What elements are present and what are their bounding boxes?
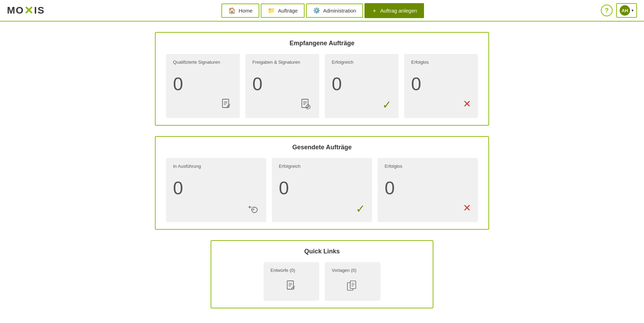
card-qualifizierte-signaturen[interactable]: Qualifizierte Signaturen 0: [166, 54, 240, 118]
header-right: ? AH ▾: [601, 3, 637, 18]
empfangene-auftraege-cards: Qualifizierte Signaturen 0 Freigaben & S…: [166, 54, 478, 118]
user-initials: AH: [622, 8, 628, 13]
quick-links-cards: Entwürfe (0) Vorlagen (0): [222, 262, 422, 301]
x-icon: ✕: [463, 202, 471, 214]
main-nav: 🏠 Home 📁 Aufträge ⚙️ Administration ＋ Au…: [221, 3, 424, 18]
header: MO✕IS 🏠 Home 📁 Aufträge ⚙️ Administratio…: [0, 0, 644, 22]
user-menu-button[interactable]: AH ▾: [616, 3, 637, 18]
card-value: 0: [279, 178, 289, 198]
card-label: Freigaben & Signaturen: [252, 60, 300, 72]
folder-icon: 📁: [268, 7, 275, 14]
check-icon: ✓: [356, 202, 365, 215]
logo-x: ✕: [24, 4, 34, 17]
card-label: Qualifizierte Signaturen: [173, 60, 220, 72]
gear-icon: ⚙️: [313, 7, 320, 14]
card-value: 0: [332, 74, 342, 94]
x-icon: ✕: [463, 98, 471, 110]
check-icon: ✓: [382, 98, 392, 111]
card-label: Entwürfe (0): [270, 268, 295, 274]
help-button[interactable]: ?: [601, 5, 613, 16]
logo-text-mo: MO: [7, 5, 24, 16]
card-vorlagen[interactable]: Vorlagen (0): [325, 262, 380, 301]
card-in-ausfuehrung[interactable]: In Ausführung 0: [166, 158, 266, 222]
nav-administration-label: Administration: [323, 8, 356, 14]
quick-links-title: Quick Links: [222, 248, 422, 255]
card-value: 0: [252, 74, 262, 94]
svg-rect-12: [287, 281, 293, 289]
card-erfolglos-empfangen[interactable]: Erfolglos 0 ✕: [404, 54, 478, 118]
doc-sign-icon: [220, 98, 233, 113]
gesendete-auftraege-title: Gesendete Aufträge: [166, 144, 478, 151]
main-content: Empfangene Aufträge Qualifizierte Signat…: [0, 22, 644, 319]
logo-text-is: IS: [34, 5, 45, 16]
card-value: 0: [411, 74, 421, 94]
user-avatar: AH: [620, 5, 630, 16]
chevron-down-icon: ▾: [631, 8, 634, 13]
card-label: Vorlagen (0): [332, 268, 356, 274]
quick-links-section: Quick Links Entwürfe (0) Vorlagen (0): [211, 240, 433, 308]
svg-rect-0: [222, 99, 229, 108]
pending-icon: [247, 202, 259, 217]
help-label: ?: [605, 7, 609, 14]
nav-auftrag-anlegen[interactable]: ＋ Auftrag anlegen: [364, 3, 424, 18]
card-label: Erfolgreich: [332, 60, 353, 72]
card-value: 0: [385, 178, 395, 198]
svg-line-4: [229, 104, 230, 105]
plus-icon: ＋: [371, 7, 377, 15]
card-label: Erfolglos: [411, 60, 429, 72]
card-entwuerfe[interactable]: Entwürfe (0): [264, 262, 319, 301]
svg-line-16: [294, 286, 295, 287]
nav-auftrag-anlegen-label: Auftrag anlegen: [380, 8, 417, 14]
svg-rect-5: [302, 99, 308, 108]
card-label: Erfolglos: [385, 164, 402, 176]
logo: MO✕IS: [7, 4, 45, 17]
card-value: 0: [173, 74, 183, 94]
nav-administration[interactable]: ⚙️ Administration: [306, 3, 363, 18]
card-label: Erfolgreich: [279, 164, 300, 176]
card-erfolglos-gesendet[interactable]: Erfolglos 0 ✕: [378, 158, 478, 222]
home-icon: 🏠: [228, 7, 236, 14]
gesendete-auftraege-cards: In Ausführung 0 Erfolgreich 0 ✓: [166, 158, 478, 222]
card-erfolgreich-empfangen[interactable]: Erfolgreich 0 ✓: [325, 54, 399, 118]
template-icon: [332, 279, 374, 296]
card-value: 0: [173, 178, 183, 198]
card-freigaben-signaturen[interactable]: Freigaben & Signaturen 0: [245, 54, 319, 118]
draft-icon: [270, 279, 312, 296]
nav-home[interactable]: 🏠 Home: [221, 3, 259, 18]
card-label: In Ausführung: [173, 164, 201, 176]
doc-check-icon: [300, 98, 312, 113]
empfangene-auftraege-title: Empfangene Aufträge: [166, 40, 478, 47]
nav-home-label: Home: [238, 8, 252, 14]
gesendete-auftraege-section: Gesendete Aufträge In Ausführung 0 Erfol…: [155, 136, 489, 230]
empfangene-auftraege-section: Empfangene Aufträge Qualifizierte Signat…: [155, 32, 489, 126]
card-erfolgreich-gesendet[interactable]: Erfolgreich 0 ✓: [272, 158, 372, 222]
nav-auftraege[interactable]: 📁 Aufträge: [261, 3, 305, 18]
nav-auftraege-label: Aufträge: [278, 8, 298, 14]
